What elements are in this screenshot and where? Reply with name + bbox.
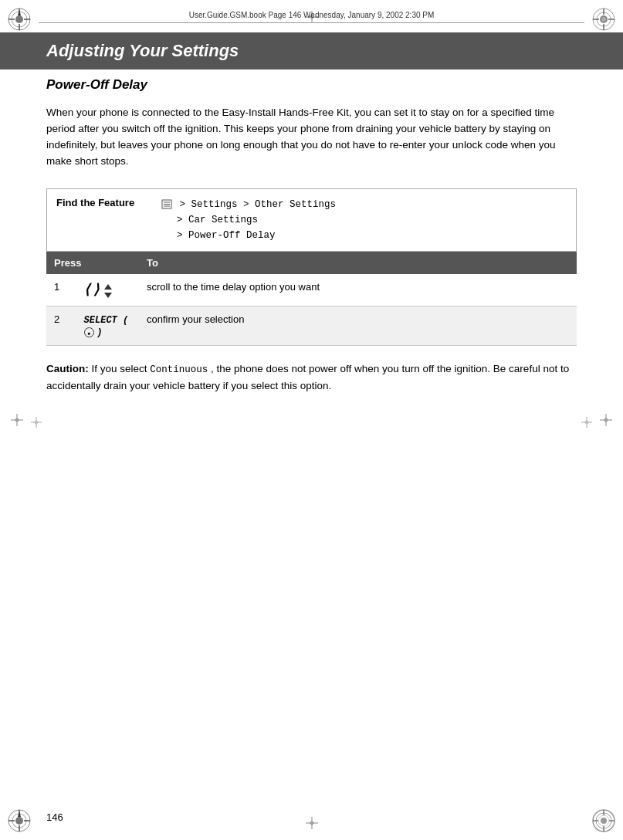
svg-point-27	[601, 818, 607, 824]
step-2-to: confirm your selection	[139, 307, 577, 346]
table-row: 1 ⟨ ⟩ scroll to the time delay option yo…	[46, 274, 577, 307]
header-title: Adjusting Your Settings	[46, 41, 239, 61]
crosshair-right	[600, 414, 612, 426]
table-header-row: Press To	[46, 252, 577, 274]
caution-text-before: If you select	[92, 363, 151, 374]
svg-point-18	[15, 817, 23, 825]
scroll-rocker-icon	[101, 283, 115, 299]
scroll-icon: ⟨ ⟩	[84, 282, 99, 297]
svg-point-15	[601, 17, 606, 22]
compass-bl-icon	[6, 808, 32, 834]
compass-tl-icon	[6, 6, 32, 32]
feature-path-line1: > Settings > Other Settings	[161, 197, 336, 212]
crosshair-inner-br2	[581, 417, 592, 428]
crosshair-left	[11, 414, 23, 426]
svg-marker-7	[18, 10, 21, 15]
main-content: Power-Off Delay When your phone is conne…	[46, 77, 577, 794]
find-feature-box: Find the Feature > Settings > Other Sett…	[46, 188, 577, 252]
body-paragraph: When your phone is connected to the Easy…	[46, 105, 577, 170]
find-feature-path: > Settings > Other Settings > Car Settin…	[161, 197, 336, 243]
svg-marker-60	[104, 284, 112, 290]
col-to-header: To	[139, 252, 577, 274]
top-bar-text: User.Guide.GSM.book Page 146 Wednesday, …	[189, 11, 435, 19]
crosshair-inner-bl2	[31, 417, 42, 428]
crosshair-bottom	[306, 817, 318, 829]
header-banner: Adjusting Your Settings	[0, 32, 623, 69]
find-feature-label: Find the Feature	[56, 197, 149, 208]
caution-label: Caution:	[46, 363, 89, 374]
compass-br-icon	[591, 808, 617, 834]
step-1-num: 1	[46, 274, 76, 307]
path-line1-text: > Settings > Other Settings	[180, 199, 337, 210]
step-2-num: 2	[46, 307, 76, 346]
step-2-press: SELECT ( ● )	[76, 307, 139, 346]
step-1-press: ⟨ ⟩	[76, 274, 139, 307]
bullet-circle-icon: ●	[84, 327, 94, 337]
top-metadata-bar: User.Guide.GSM.book Page 146 Wednesday, …	[39, 11, 584, 23]
select-key-label: SELECT (	[84, 315, 129, 326]
feature-path-line2: > Car Settings	[161, 212, 336, 228]
svg-point-2	[15, 15, 23, 23]
svg-marker-61	[104, 293, 112, 298]
select-key-paren: )	[96, 327, 102, 338]
caution-paragraph: Caution: If you select Continuous , the …	[46, 361, 577, 394]
col-press-header: Press	[46, 252, 139, 274]
caution-code: Continuous	[150, 364, 208, 375]
steps-table: Press To 1 ⟨ ⟩ scroll to the time d	[46, 252, 577, 347]
page-wrapper: User.Guide.GSM.book Page 146 Wednesday, …	[0, 0, 623, 840]
compass-tr-icon	[591, 6, 617, 32]
step-1-to: scroll to the time delay option you want	[139, 274, 577, 307]
table-row: 2 SELECT ( ● ) confirm your selection	[46, 307, 577, 346]
feature-path-line3: > Power-Off Delay	[161, 228, 336, 243]
section-heading: Power-Off Delay	[46, 77, 577, 93]
menu-icon	[161, 199, 172, 209]
page-number: 146	[46, 811, 63, 823]
